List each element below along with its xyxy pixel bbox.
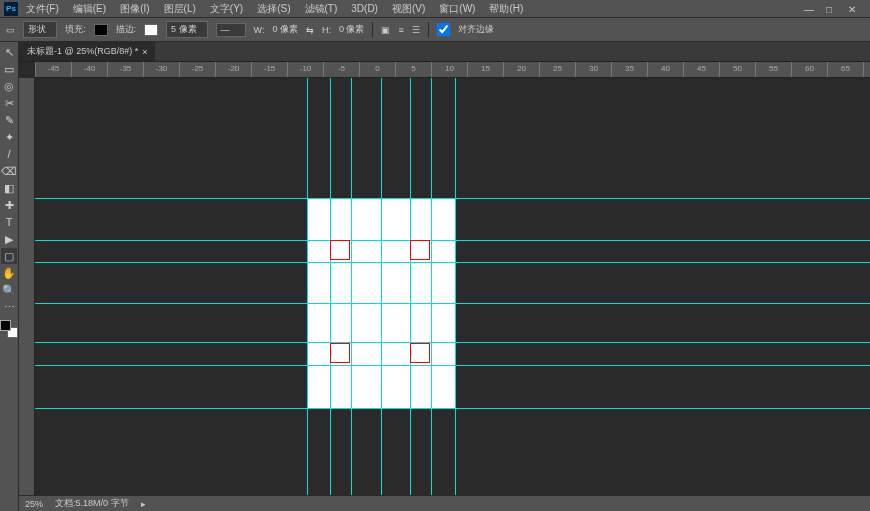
guide-h[interactable]: [35, 408, 870, 409]
healing-tool[interactable]: ✦: [1, 129, 17, 145]
move-tool[interactable]: ↖: [1, 44, 17, 60]
marquee-tool[interactable]: ▭: [1, 61, 17, 77]
doc-tab[interactable]: 未标题-1 @ 25%(RGB/8#) * ×: [19, 42, 155, 61]
horizontal-ruler: -45-40-35-30-25-20-15-10-505101520253035…: [35, 62, 870, 78]
zoom-level[interactable]: 25%: [25, 499, 43, 509]
shape-mode-dropdown[interactable]: 形状: [23, 21, 57, 38]
gradient-tool[interactable]: ◧: [1, 180, 17, 196]
guide-v[interactable]: [431, 78, 432, 495]
tool-icon: ▭: [6, 25, 15, 35]
menu-file[interactable]: 文件(F): [20, 2, 65, 16]
hand-tool[interactable]: ✋: [1, 265, 17, 281]
menu-3d[interactable]: 3D(D): [345, 3, 384, 14]
zoom-tool[interactable]: 🔍: [1, 282, 17, 298]
h-label: H:: [322, 25, 331, 35]
pen-tool[interactable]: ✚: [1, 197, 17, 213]
menu-select[interactable]: 选择(S): [251, 2, 296, 16]
menubar: Ps 文件(F) 编辑(E) 图像(I) 图层(L) 文字(Y) 选择(S) 滤…: [0, 0, 870, 18]
more-tools[interactable]: ⋯: [1, 299, 17, 315]
align-icon[interactable]: ≡: [398, 25, 403, 35]
arrange-icon[interactable]: ☰: [412, 25, 420, 35]
close-tab-icon[interactable]: ×: [142, 47, 147, 57]
foreground-color[interactable]: [0, 320, 11, 331]
menu-help[interactable]: 帮助(H): [483, 2, 529, 16]
fill-swatch[interactable]: [94, 24, 108, 36]
rectangle-tool[interactable]: ▢: [1, 248, 17, 264]
guide-v[interactable]: [455, 78, 456, 495]
menu-type[interactable]: 文字(Y): [204, 2, 249, 16]
menu-layer[interactable]: 图层(L): [158, 2, 202, 16]
w-label: W:: [254, 25, 265, 35]
guide-h[interactable]: [35, 198, 870, 199]
link-icon[interactable]: ⇆: [306, 25, 314, 35]
toolbox: ↖ ▭ ◎ ✂ ✎ ✦ / ⌫ ◧ ✚ T ▶ ▢ ✋ 🔍 ⋯: [0, 42, 19, 511]
shape-outline[interactable]: [410, 240, 430, 260]
guide-h[interactable]: [35, 240, 870, 241]
guide-v[interactable]: [381, 78, 382, 495]
menu-image[interactable]: 图像(I): [114, 2, 155, 16]
document-tabs: 未标题-1 @ 25%(RGB/8#) * ×: [19, 42, 870, 62]
doc-info[interactable]: 文档:5.18M/0 字节: [55, 497, 129, 510]
menu-edit[interactable]: 编辑(E): [67, 2, 112, 16]
stroke-width[interactable]: 5 像素: [166, 21, 208, 38]
guide-v[interactable]: [410, 78, 411, 495]
align-edges-label: 对齐边缘: [458, 23, 494, 36]
guide-h[interactable]: [35, 342, 870, 343]
shape-outline[interactable]: [410, 343, 430, 363]
path-ops-icon[interactable]: ▣: [381, 25, 390, 35]
canvas[interactable]: [35, 78, 870, 495]
color-swatches[interactable]: [0, 320, 18, 338]
menu-window[interactable]: 窗口(W): [433, 2, 481, 16]
options-bar: ▭ 形状 填充: 描边: 5 像素 — W: 0 像素 ⇆ H: 0 像素 ▣ …: [0, 18, 870, 42]
w-value[interactable]: 0 像素: [272, 23, 298, 36]
guide-h[interactable]: [35, 262, 870, 263]
guide-h[interactable]: [35, 365, 870, 366]
type-tool[interactable]: T: [1, 214, 17, 230]
stroke-label: 描边:: [116, 23, 137, 36]
menu-view[interactable]: 视图(V): [386, 2, 431, 16]
align-edges-checkbox[interactable]: [437, 23, 450, 36]
lasso-tool[interactable]: ◎: [1, 78, 17, 94]
guide-v[interactable]: [307, 78, 308, 495]
shape-outline[interactable]: [330, 240, 350, 260]
status-bar: 25% 文档:5.18M/0 字节 ▸: [19, 495, 870, 511]
close-button[interactable]: ✕: [848, 4, 858, 14]
info-chevron-icon[interactable]: ▸: [141, 499, 146, 509]
h-value[interactable]: 0 像素: [339, 23, 365, 36]
stroke-style[interactable]: —: [216, 23, 246, 37]
menu-filter[interactable]: 滤镜(T): [299, 2, 344, 16]
eraser-tool[interactable]: ⌫: [1, 163, 17, 179]
guide-v[interactable]: [351, 78, 352, 495]
doc-tab-title: 未标题-1 @ 25%(RGB/8#) *: [27, 45, 138, 58]
fill-label: 填充:: [65, 23, 86, 36]
shape-outline[interactable]: [330, 343, 350, 363]
eyedropper-tool[interactable]: ✎: [1, 112, 17, 128]
vertical-ruler: [19, 78, 35, 495]
maximize-button[interactable]: □: [826, 4, 836, 14]
crop-tool[interactable]: ✂: [1, 95, 17, 111]
brush-tool[interactable]: /: [1, 146, 17, 162]
path-select-tool[interactable]: ▶: [1, 231, 17, 247]
guide-h[interactable]: [35, 303, 870, 304]
minimize-button[interactable]: —: [804, 4, 814, 14]
app-logo: Ps: [4, 2, 18, 16]
stroke-swatch[interactable]: [144, 24, 158, 36]
guide-v[interactable]: [330, 78, 331, 495]
